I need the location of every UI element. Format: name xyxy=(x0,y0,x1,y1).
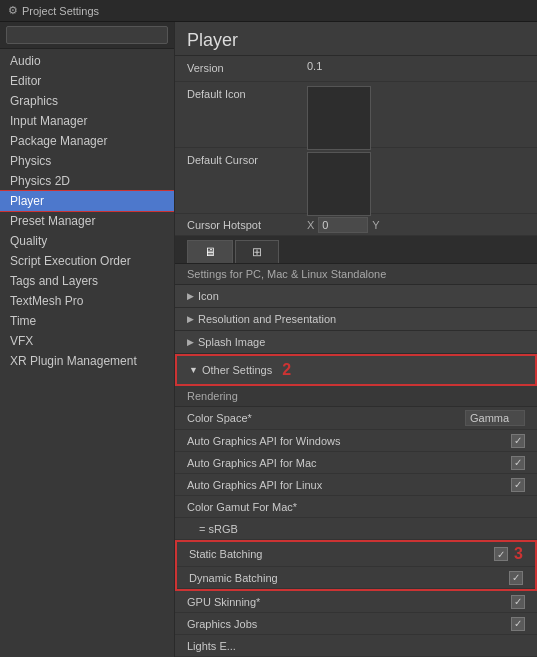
dynamic-batching-label: Dynamic Batching xyxy=(189,572,443,584)
default-icon-image xyxy=(307,86,371,150)
sidebar-item-package-manager[interactable]: Package Manager xyxy=(0,131,174,151)
auto-graphics-mac-label: Auto Graphics API for Mac xyxy=(187,457,445,469)
tab-windows[interactable]: ⊞ xyxy=(235,240,279,263)
static-batching-label: Static Batching xyxy=(189,548,443,560)
sidebar: AudioEditorGraphicsInput ManagerPackage … xyxy=(0,22,175,657)
graphics-jobs-row: Graphics Jobs xyxy=(175,613,537,635)
sidebar-item-editor[interactable]: Editor xyxy=(0,71,174,91)
search-input[interactable] xyxy=(6,26,168,44)
gpu-skinning-control[interactable] xyxy=(445,595,525,609)
sidebar-list: AudioEditorGraphicsInput ManagerPackage … xyxy=(0,49,174,657)
cursor-hotspot-label: Cursor Hotspot xyxy=(187,219,307,231)
batching-group: Static Batching 3 Dynamic Batching xyxy=(175,540,537,591)
srgb-label: = sRGB xyxy=(199,523,445,535)
content-area: Player Version 0.1 Default Icon Default … xyxy=(175,22,537,657)
graphics-jobs-label: Graphics Jobs xyxy=(187,618,445,630)
sidebar-item-player[interactable]: Player xyxy=(0,191,174,211)
auto-graphics-linux-label: Auto Graphics API for Linux xyxy=(187,479,445,491)
splash-arrow: ▶ xyxy=(187,337,194,347)
other-arrow: ▼ xyxy=(189,365,198,375)
sidebar-item-script-execution-order[interactable]: Script Execution Order xyxy=(0,251,174,271)
section-icon-label: Icon xyxy=(198,290,219,302)
default-cursor-label: Default Cursor xyxy=(187,152,307,166)
default-cursor-value xyxy=(307,152,525,216)
rendering-section: Rendering Color Space* Gamma Auto Graphi… xyxy=(175,386,537,540)
dynamic-batching-control[interactable] xyxy=(443,571,523,585)
cursor-hotspot-row: Cursor Hotspot X Y xyxy=(175,214,537,236)
section-other-settings[interactable]: ▼ Other Settings 2 xyxy=(175,354,537,386)
content-header: Player xyxy=(175,22,537,56)
section-resolution[interactable]: ▶ Resolution and Presentation xyxy=(175,308,537,331)
color-space-value: Gamma xyxy=(465,410,525,426)
color-space-label: Color Space* xyxy=(187,412,445,424)
default-icon-value xyxy=(307,86,525,150)
sidebar-item-tags-and-layers[interactable]: Tags and Layers xyxy=(0,271,174,291)
section-splash[interactable]: ▶ Splash Image xyxy=(175,331,537,354)
auto-graphics-windows-control[interactable] xyxy=(445,434,525,448)
section-splash-label: Splash Image xyxy=(198,336,265,348)
section-icon[interactable]: ▶ Icon xyxy=(175,285,537,308)
tab-standalone[interactable]: 🖥 xyxy=(187,240,233,263)
graphics-jobs-checkbox[interactable] xyxy=(511,617,525,631)
auto-graphics-windows-label: Auto Graphics API for Windows xyxy=(187,435,445,447)
lights-row: Lights E... xyxy=(175,635,537,657)
default-cursor-row: Default Cursor xyxy=(175,148,537,214)
static-batching-control[interactable]: 3 xyxy=(443,545,523,563)
srgb-row: = sRGB xyxy=(175,518,537,540)
section-other-label: Other Settings xyxy=(202,364,272,376)
color-gamut-row: Color Gamut For Mac* xyxy=(175,496,537,518)
static-batching-row: Static Batching 3 xyxy=(177,542,535,567)
gpu-skinning-row: GPU Skinning* xyxy=(175,591,537,613)
color-gamut-label: Color Gamut For Mac* xyxy=(187,501,445,513)
version-row: Version 0.1 xyxy=(175,56,537,82)
sidebar-item-xr-plugin[interactable]: XR Plugin Management xyxy=(0,351,174,371)
search-bar xyxy=(0,22,174,49)
version-value: 0.1 xyxy=(307,60,525,72)
monitor-icon: 🖥 xyxy=(204,245,216,259)
gpu-skinning-label: GPU Skinning* xyxy=(187,596,445,608)
static-batching-checkbox[interactable] xyxy=(494,547,508,561)
cursor-hotspot-fields: X Y xyxy=(307,217,380,233)
resolution-arrow: ▶ xyxy=(187,314,194,324)
auto-graphics-linux-control[interactable] xyxy=(445,478,525,492)
sidebar-item-time[interactable]: Time xyxy=(0,311,174,331)
annotation-2: 2 xyxy=(282,361,291,379)
lights-label: Lights E... xyxy=(187,640,445,652)
sidebar-item-audio[interactable]: Audio xyxy=(0,51,174,71)
default-icon-row: Default Icon xyxy=(175,82,537,148)
gpu-skinning-checkbox[interactable] xyxy=(511,595,525,609)
graphics-jobs-control[interactable] xyxy=(445,617,525,631)
sidebar-item-graphics[interactable]: Graphics xyxy=(0,91,174,111)
color-space-control: Gamma xyxy=(445,410,525,426)
section-resolution-label: Resolution and Presentation xyxy=(198,313,336,325)
sidebar-item-input-manager[interactable]: Input Manager xyxy=(0,111,174,131)
auto-graphics-windows-row: Auto Graphics API for Windows xyxy=(175,430,537,452)
windows-icon: ⊞ xyxy=(252,245,262,259)
auto-graphics-windows-checkbox[interactable] xyxy=(511,434,525,448)
x-label: X xyxy=(307,219,314,231)
sidebar-item-textmesh-pro[interactable]: TextMesh Pro xyxy=(0,291,174,311)
auto-graphics-linux-checkbox[interactable] xyxy=(511,478,525,492)
version-label: Version xyxy=(187,60,307,74)
sidebar-item-quality[interactable]: Quality xyxy=(0,231,174,251)
sidebar-item-physics-2d[interactable]: Physics 2D xyxy=(0,171,174,191)
icon-arrow: ▶ xyxy=(187,291,194,301)
auto-graphics-mac-control[interactable] xyxy=(445,456,525,470)
cursor-x-input[interactable] xyxy=(318,217,368,233)
default-cursor-image xyxy=(307,152,371,216)
platform-tabs: 🖥 ⊞ xyxy=(175,236,537,264)
sidebar-item-vfx[interactable]: VFX xyxy=(0,331,174,351)
title-bar: ⚙ Project Settings xyxy=(0,0,537,22)
main-layout: AudioEditorGraphicsInput ManagerPackage … xyxy=(0,22,537,657)
auto-graphics-mac-checkbox[interactable] xyxy=(511,456,525,470)
color-space-row: Color Space* Gamma xyxy=(175,407,537,430)
dynamic-batching-checkbox[interactable] xyxy=(509,571,523,585)
auto-graphics-mac-row: Auto Graphics API for Mac xyxy=(175,452,537,474)
y-label: Y xyxy=(372,219,379,231)
annotation-3: 3 xyxy=(514,545,523,563)
auto-graphics-linux-row: Auto Graphics API for Linux xyxy=(175,474,537,496)
sidebar-item-preset-manager[interactable]: Preset Manager xyxy=(0,211,174,231)
platform-label: Settings for PC, Mac & Linux Standalone xyxy=(175,264,537,285)
sidebar-item-physics[interactable]: Physics xyxy=(0,151,174,171)
settings-icon: ⚙ xyxy=(8,4,18,17)
